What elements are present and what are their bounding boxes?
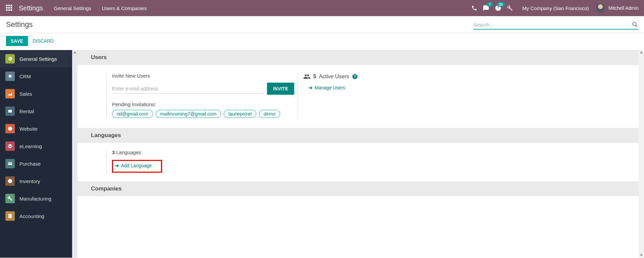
sidebar-item-label: Rental — [19, 109, 34, 114]
pending-invite-pill[interactable]: demo — [259, 110, 280, 118]
pending-invite-pill[interactable]: rid@gmail.com — [112, 110, 153, 118]
svg-rect-6 — [6, 9, 8, 11]
sidebar-item-label: eLearning — [19, 143, 42, 149]
messaging-badge: 7 — [487, 2, 493, 7]
scrollbar[interactable] — [72, 50, 77, 258]
active-users-label: Active Users — [319, 74, 349, 80]
manage-users-label: Manage Users — [315, 85, 345, 90]
sidebar-item-label: Manufacturing — [19, 196, 51, 202]
highlighted-add-language: ➔ Add Language — [112, 160, 162, 173]
sidebar-item-label: CRM — [19, 74, 31, 79]
debug-icon[interactable] — [507, 5, 513, 11]
user-name: Mitchell Admin — [608, 5, 639, 11]
sidebar-item-rental[interactable]: Rental — [0, 102, 72, 120]
section-header-companies: Companies — [77, 181, 639, 196]
action-bar: SAVE DISCARD — [0, 33, 644, 50]
activities-badge: 35 — [497, 2, 505, 7]
svg-rect-3 — [6, 7, 8, 9]
company-switcher[interactable]: My Company (San Francisco) — [522, 5, 589, 11]
add-language-label: Add Language — [121, 163, 152, 168]
sidebar-item-elearning[interactable]: eLearning — [0, 137, 72, 155]
menu-general-settings[interactable]: General Settings — [54, 5, 91, 11]
pending-invitations-label: Pending Invitations: — [112, 101, 294, 107]
sidebar-item-sales[interactable]: Sales — [0, 85, 72, 102]
svg-rect-4 — [8, 7, 10, 9]
discard-button[interactable]: DISCARD — [33, 38, 54, 44]
page-title: Settings — [6, 20, 33, 29]
svg-rect-1 — [8, 5, 10, 6]
add-language-link[interactable]: ➔ Add Language — [115, 163, 152, 168]
sidebar-item-website[interactable]: Website — [0, 120, 72, 137]
control-panel: Settings — [0, 16, 644, 33]
sidebar-item-accounting[interactable]: Accounting — [0, 207, 72, 225]
invite-button[interactable]: INVITE — [267, 83, 294, 95]
search-box[interactable] — [474, 20, 638, 30]
sidebar-item-label: Accounting — [19, 213, 44, 219]
wrench-icon — [5, 194, 15, 203]
pending-invitations-list: rid@gmail.com mailincoming7@gmail.com la… — [112, 110, 294, 118]
scrollbar[interactable] — [639, 50, 644, 258]
sidebar-item-label: Inventory — [19, 178, 40, 184]
credit-card-icon — [5, 159, 15, 168]
sidebar-item-purchase[interactable]: Purchase — [0, 155, 72, 172]
apps-menu-icon[interactable] — [5, 4, 13, 12]
book-icon — [5, 211, 15, 221]
svg-rect-2 — [11, 5, 12, 6]
sidebar-item-general-settings[interactable]: General Settings — [0, 50, 72, 68]
languages-count: 3 — [112, 149, 115, 155]
globe-icon — [5, 124, 15, 133]
svg-rect-11 — [8, 110, 12, 113]
menu-users-companies[interactable]: Users & Companies — [102, 5, 147, 11]
key-icon — [5, 106, 15, 116]
settings-content: Users Invite New Users INVITE Pending In… — [77, 50, 639, 258]
gear-icon — [5, 54, 15, 63]
active-users-count: 5 — [313, 74, 316, 80]
avatar — [596, 3, 605, 13]
invite-users-label: Invite New Users — [112, 73, 294, 79]
svg-point-12 — [8, 127, 12, 131]
app-brand[interactable]: Settings — [19, 4, 43, 12]
graduation-icon — [5, 141, 15, 151]
chart-icon — [5, 89, 15, 98]
arrow-right-icon: ➔ — [115, 163, 119, 168]
top-navbar: Settings General Settings Users & Compan… — [0, 0, 644, 16]
activities-icon[interactable]: 35 — [495, 5, 501, 11]
pending-invite-pill[interactable]: lauriepoiret — [224, 110, 256, 118]
phone-icon[interactable] — [471, 5, 477, 11]
svg-rect-7 — [8, 9, 10, 11]
sidebar-item-crm[interactable]: CRM — [0, 68, 72, 85]
sidebar-item-inventory[interactable]: Inventory — [0, 172, 72, 190]
svg-line-10 — [636, 25, 637, 27]
pending-invite-pill[interactable]: mailincoming7@gmail.com — [156, 110, 221, 118]
search-icon[interactable] — [632, 22, 638, 28]
manage-users-link[interactable]: ➔ Manage Users — [309, 85, 345, 90]
invite-email-input[interactable] — [112, 84, 264, 94]
help-icon[interactable]: ? — [352, 74, 358, 80]
users-icon — [303, 73, 311, 80]
user-menu[interactable]: Mitchell Admin — [596, 3, 639, 13]
handshake-icon — [5, 72, 15, 81]
svg-rect-0 — [6, 5, 8, 6]
sidebar-item-manufacturing[interactable]: Manufacturing — [0, 190, 72, 207]
svg-point-9 — [633, 22, 636, 26]
save-button[interactable]: SAVE — [6, 36, 28, 46]
sidebar-item-label: Purchase — [19, 161, 41, 167]
box-icon — [5, 176, 15, 186]
sidebar-item-label: Website — [19, 126, 38, 132]
svg-rect-8 — [11, 9, 12, 11]
messaging-icon[interactable]: 7 — [483, 5, 489, 11]
svg-rect-15 — [8, 214, 11, 218]
svg-rect-5 — [11, 7, 12, 9]
arrow-right-icon: ➔ — [309, 85, 313, 90]
svg-rect-14 — [8, 163, 12, 164]
sidebar-item-label: Sales — [19, 91, 32, 97]
search-input[interactable] — [474, 22, 632, 28]
section-header-languages: Languages — [77, 128, 639, 143]
settings-sidebar: General Settings CRM Sales Rental Websit… — [0, 50, 72, 258]
sidebar-item-label: General Settings — [19, 56, 57, 62]
section-header-users: Users — [77, 50, 639, 65]
languages-count-label: Languages — [116, 149, 141, 155]
main: General Settings CRM Sales Rental Websit… — [0, 50, 644, 258]
svg-text:?: ? — [354, 75, 356, 79]
